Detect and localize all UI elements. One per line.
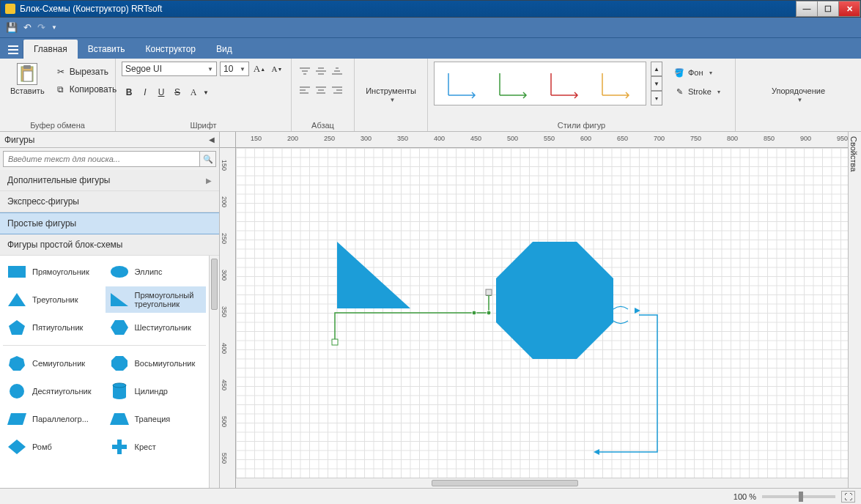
font-name-combo[interactable]: Segoe UI ▼ (122, 62, 217, 76)
system-menu-button[interactable] (3, 41, 23, 59)
underline-button[interactable]: U (154, 85, 169, 100)
shape-ellipse[interactable]: Эллипс (106, 259, 207, 285)
gallery-down-button[interactable]: ▼ (651, 76, 662, 91)
copy-label: Копировать (70, 84, 117, 94)
canvas-octagon[interactable] (496, 242, 613, 359)
align-middle-button[interactable] (314, 64, 328, 79)
shape-rectangle[interactable]: Прямоугольник (3, 259, 104, 285)
shape-cross[interactable]: Крест (106, 434, 207, 460)
copy-button[interactable]: ⧉ Копировать (52, 82, 120, 97)
svg-marker-38 (110, 413, 129, 425)
ruler-horizontal[interactable]: 1502002503003504004505005506006507007508… (236, 132, 848, 148)
paste-button[interactable]: Вставить (6, 62, 49, 97)
svg-marker-29 (111, 320, 128, 335)
search-input[interactable] (3, 151, 200, 167)
bold-button[interactable]: B (122, 85, 136, 100)
svg-marker-28 (9, 320, 25, 335)
properties-tab[interactable]: Свойства (848, 132, 861, 488)
search-button[interactable]: 🔍 (200, 151, 216, 167)
tools-button[interactable]: Инструменты ▼ (361, 85, 421, 105)
zoom-fit-button[interactable]: ⛶ (841, 491, 855, 503)
strike-button[interactable]: S (170, 85, 185, 100)
svg-rect-41 (112, 445, 127, 449)
svg-rect-46 (486, 289, 492, 295)
svg-rect-2 (8, 53, 18, 54)
tab-main[interactable]: Главная (23, 40, 78, 59)
align-right-button[interactable] (330, 84, 344, 98)
shape-pentagon[interactable]: Пятиугольник (3, 314, 104, 341)
ribbon: Вставить ✂ Вырезать ⧉ Копировать Буфер о… (0, 59, 861, 132)
app-icon (5, 4, 15, 14)
shrink-font-button[interactable]: A▼ (270, 62, 284, 76)
ruler-vertical[interactable]: 150200250300350400450500550 (220, 148, 236, 488)
canvas-horizontal-scrollbar[interactable] (236, 478, 848, 488)
cut-button[interactable]: ✂ Вырезать (52, 64, 120, 79)
close-button[interactable]: ✕ (838, 1, 860, 17)
shape-octagon[interactable]: Восьмиугольник (106, 350, 207, 377)
style-gallery[interactable] (434, 62, 646, 105)
svg-marker-30 (9, 356, 25, 371)
minimize-button[interactable]: — (796, 1, 818, 17)
font-color-dropdown[interactable]: ▼ (202, 85, 210, 100)
shape-decagon[interactable]: Десятиугольник (3, 378, 104, 404)
tab-insert[interactable]: Вставить (78, 40, 136, 59)
shape-triangle[interactable]: Треугольник (3, 286, 104, 313)
align-center-button[interactable] (314, 84, 328, 98)
arrange-button[interactable]: Упорядочение ▼ (767, 85, 829, 105)
gallery-up-button[interactable]: ▲ (651, 62, 662, 76)
shape-heptagon[interactable]: Семиугольник (3, 350, 104, 377)
undo-icon[interactable]: ↶ (23, 22, 32, 33)
hexagon-icon (108, 319, 130, 336)
redo-icon[interactable]: ↷ (37, 22, 45, 33)
shape-rhombus[interactable]: Ромб (3, 434, 104, 460)
stroke-label: Stroke (688, 87, 712, 96)
triangle-icon (6, 291, 28, 308)
align-top-button[interactable] (298, 64, 312, 79)
svg-rect-24 (8, 266, 26, 278)
svg-marker-48 (635, 308, 640, 314)
align-bottom-button[interactable] (330, 64, 344, 79)
font-size-combo[interactable]: 10 ▼ (220, 62, 249, 76)
bucket-icon: 🪣 (673, 67, 685, 78)
shape-cylinder[interactable]: Цилиндр (106, 378, 207, 404)
font-name-value: Segoe UI (125, 64, 162, 74)
fill-button[interactable]: 🪣 Фон ▾ (670, 64, 724, 81)
cylinder-icon (108, 382, 130, 400)
pen-icon: ✎ (673, 86, 685, 97)
canvas-right-triangle[interactable] (337, 242, 410, 308)
align-left-button[interactable] (298, 84, 312, 98)
drawing-canvas[interactable] (236, 148, 848, 488)
parallelogram-icon (6, 410, 28, 428)
category-simple[interactable]: Простые фигуры (0, 212, 219, 234)
tab-designer[interactable]: Конструктор (136, 40, 206, 59)
category-express[interactable]: Экспресс-фигуры (0, 191, 219, 212)
zoom-slider[interactable] (762, 495, 835, 498)
save-icon[interactable]: 💾 (6, 22, 18, 33)
ribbon-tabs: Главная Вставить Конструктор Вид (0, 38, 861, 59)
stroke-button[interactable]: ✎ Stroke ▾ (670, 84, 724, 100)
canvas-connector-blue[interactable] (596, 315, 657, 452)
paste-icon (17, 63, 37, 85)
italic-button[interactable]: I (138, 85, 152, 100)
qat-dropdown-icon[interactable]: ▼ (51, 24, 57, 31)
svg-marker-39 (8, 440, 26, 454)
shapes-scrollbar[interactable] (209, 256, 219, 488)
rhombus-icon (6, 438, 28, 456)
svg-point-32 (10, 384, 24, 399)
category-flowchart[interactable]: Фигуры простой блок-схемы (0, 234, 219, 256)
pentagon-icon (6, 319, 28, 336)
gallery-more-button[interactable]: ▾ (651, 91, 662, 105)
category-more-shapes[interactable]: Дополнительные фигуры ▶ (0, 170, 219, 191)
maximize-button[interactable]: ☐ (817, 1, 839, 17)
shape-right-triangle[interactable]: Прямоугольный треугольник (106, 286, 207, 313)
collapse-panel-icon[interactable]: ◀ (209, 136, 215, 144)
shape-trapezoid[interactable]: Трапеция (106, 406, 207, 432)
shape-hexagon[interactable]: Шестиугольник (106, 314, 207, 341)
grow-font-button[interactable]: A▲ (252, 62, 267, 76)
trapezoid-icon (108, 410, 130, 428)
tab-view[interactable]: Вид (206, 40, 243, 59)
shape-parallelogram[interactable]: Параллелогр... (3, 406, 104, 432)
font-color-button[interactable]: A (186, 85, 201, 100)
title-bar: Блок-Схемы (Конструктор) RRTsoft — ☐ ✕ (0, 0, 861, 18)
clipboard-group-label: Буфер обмена (6, 119, 109, 130)
